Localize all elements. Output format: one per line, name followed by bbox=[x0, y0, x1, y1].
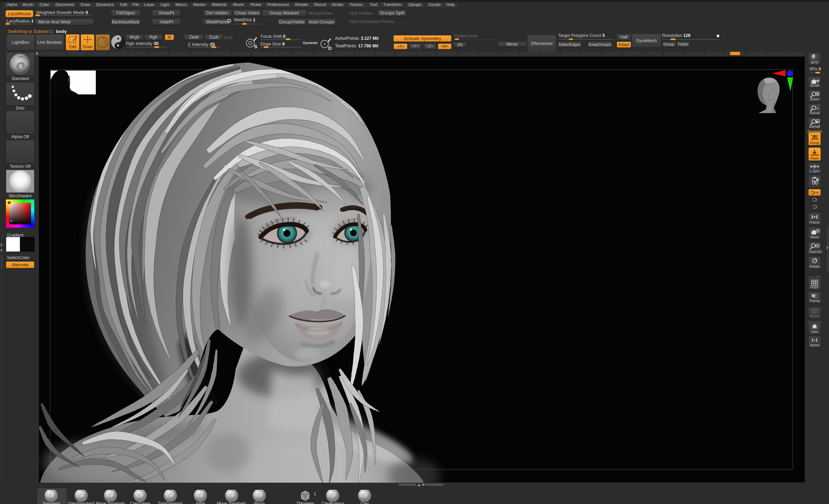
svg-text:x1: x1 bbox=[816, 106, 819, 110]
svg-text:Z: Z bbox=[816, 206, 817, 209]
svg-text:Y: Y bbox=[816, 199, 818, 202]
svg-text:XYZ: XYZ bbox=[813, 191, 819, 194]
svg-text:S: S bbox=[254, 44, 257, 49]
svg-text:D: D bbox=[328, 45, 332, 51]
